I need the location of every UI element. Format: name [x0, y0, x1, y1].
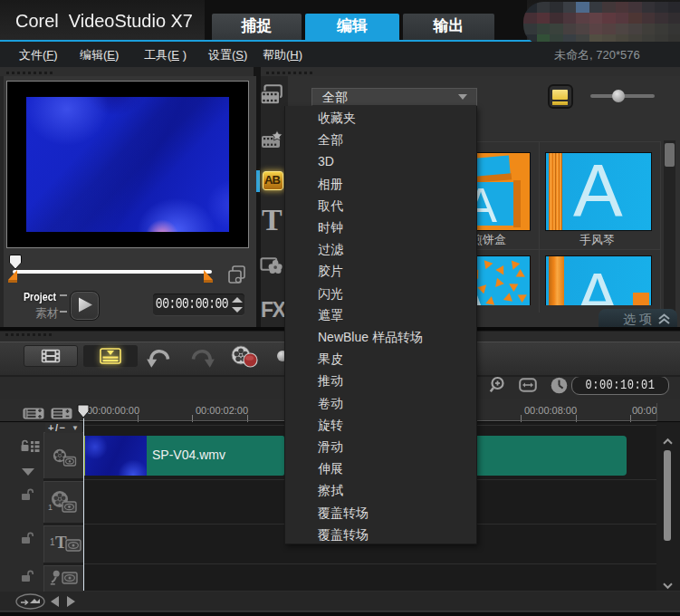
svg-text:1: 1	[48, 503, 53, 512]
